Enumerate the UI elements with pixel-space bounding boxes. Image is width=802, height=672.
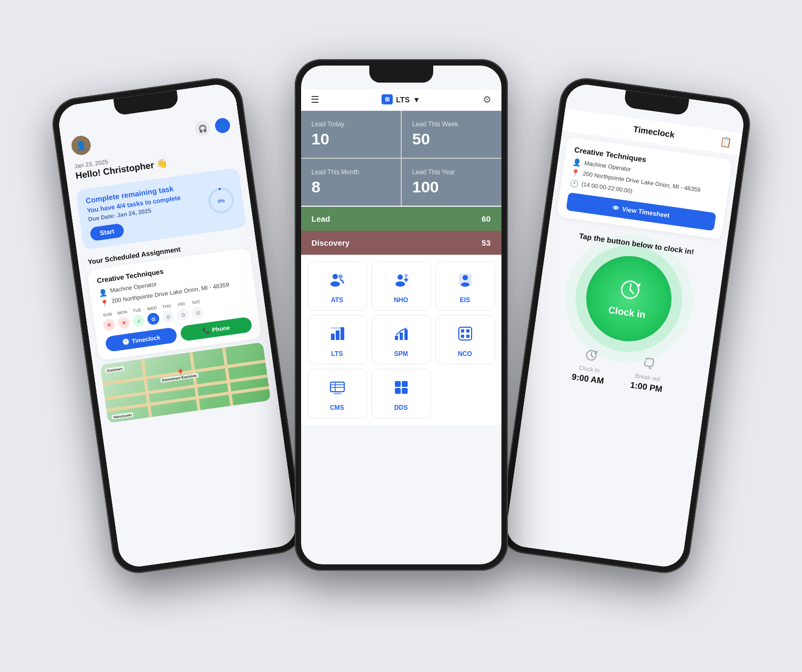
module-spm[interactable]: SPM — [371, 315, 431, 365]
svg-line-39 — [590, 355, 593, 357]
left-phone-inner: 👤 🎧 👤 Jan 23, 2025 Hello! Christopher 👋 … — [56, 82, 298, 569]
map-label-gastown: Gastown — [104, 366, 124, 373]
avatar: 👤 — [70, 134, 92, 156]
module-cms[interactable]: CMS — [307, 369, 367, 418]
svg-point-11 — [463, 275, 468, 280]
spm-icon — [393, 325, 410, 346]
left-screen: 👤 🎧 👤 Jan 23, 2025 Hello! Christopher 👋 … — [56, 82, 298, 569]
center-logo[interactable]: ⊞ LTS ▼ — [382, 94, 420, 104]
stat-lead-year-value: 100 — [412, 178, 439, 196]
center-phone-notch — [369, 66, 433, 83]
svg-rect-17 — [395, 336, 398, 340]
clock-in-time-item: Clock In 9:00 AM — [571, 347, 607, 386]
edit-icon[interactable]: 📋 — [719, 135, 732, 149]
svg-rect-20 — [459, 327, 472, 340]
ts-location-icon: 📍 — [570, 168, 580, 177]
module-nho[interactable]: NHO — [371, 261, 431, 311]
nco-label: NCO — [458, 350, 472, 358]
center-phone-inner: ☰ ⊞ LTS ▼ ⚙ Lead Today 10 Lead This — [301, 66, 501, 564]
dds-icon — [393, 379, 410, 400]
svg-rect-29 — [334, 393, 341, 394]
headphone-icon[interactable]: 🎧 — [194, 120, 211, 137]
spm-label: SPM — [394, 350, 408, 358]
center-header: ☰ ⊞ LTS ▼ ⚙ — [301, 90, 501, 110]
stat-lead-today-value: 10 — [312, 130, 329, 148]
module-dds[interactable]: DDS — [371, 369, 431, 418]
phones-container: 👤 🎧 👤 Jan 23, 2025 Hello! Christopher 👋 … — [82, 43, 721, 629]
stat-lead-year-label: Lead This Year — [412, 168, 455, 176]
module-lts[interactable]: LTS — [307, 315, 367, 365]
stat-lead-year: Lead This Year 100 — [402, 159, 501, 206]
break-out-label: Break out — [635, 372, 660, 382]
lts-label: LTS — [331, 350, 343, 358]
phone-icon: 📞 — [202, 326, 210, 334]
stat-lead-week-label: Lead This Week — [412, 120, 458, 128]
svg-rect-21 — [461, 329, 464, 333]
day-thu: THU ⊙ — [160, 303, 175, 323]
center-screen: ☰ ⊞ LTS ▼ ⚙ Lead Today 10 Lead This — [301, 66, 501, 564]
day-dot-wed: ⊙ — [147, 312, 160, 325]
pipeline-lead-label: Lead — [312, 214, 330, 223]
stat-lead-month: Lead This Month 8 — [301, 159, 401, 206]
stat-lead-month-label: Lead This Month — [312, 168, 359, 176]
svg-rect-16 — [331, 327, 344, 329]
timesheet-card: Creative Techniques 👤 Machine Operator 📍… — [556, 136, 732, 239]
svg-line-36 — [629, 289, 634, 293]
clock-in-icon — [618, 278, 641, 305]
logo-icon: ⊞ — [382, 94, 393, 104]
map-label-vancouver: Vancouver — [111, 412, 134, 420]
day-tue: TUE ✓ — [131, 307, 145, 327]
svg-rect-18 — [400, 333, 403, 340]
day-dot-fri: ⊙ — [176, 307, 189, 321]
clock-in-button[interactable]: Clock in — [580, 250, 677, 347]
filter-icon[interactable]: ⚙ — [483, 94, 491, 106]
svg-point-5 — [398, 274, 403, 280]
map-road-4 — [141, 359, 152, 417]
timeclock-button[interactable]: 🕐 Timeclock — [104, 327, 177, 352]
clock-in-time-label: Clock In — [578, 364, 600, 373]
module-nco[interactable]: NCO — [435, 315, 495, 365]
day-sat: SAT ⊙ — [190, 299, 204, 319]
spacer — [573, 120, 588, 123]
svg-rect-24 — [466, 335, 469, 338]
svg-point-4 — [330, 281, 340, 287]
day-wed: WED ⊙ — [145, 305, 160, 325]
phone-button[interactable]: 📞 Phone — [180, 316, 253, 341]
day-dot-thu: ⊙ — [161, 310, 175, 323]
svg-line-38 — [591, 352, 592, 355]
svg-point-6 — [395, 281, 405, 287]
person-icon: 👤 — [98, 288, 108, 297]
stat-lead-week: Lead This Week 50 — [402, 111, 501, 158]
module-eis[interactable]: EIS — [435, 261, 495, 311]
pipeline-discovery-label: Discovery — [312, 238, 350, 247]
profile-icon[interactable]: 👤 — [214, 117, 231, 134]
ts-clock-icon: 🕐 — [569, 179, 579, 188]
assignment-role: Machine Operator — [109, 280, 157, 293]
pipeline-discovery-row[interactable]: Discovery 53 — [301, 231, 501, 255]
clock-icon: 🕐 — [121, 337, 130, 345]
day-dot-mon: ✕ — [117, 316, 130, 329]
stat-lead-today-label: Lead Today — [312, 120, 345, 128]
module-ats[interactable]: ATS — [307, 261, 367, 311]
start-button[interactable]: Start — [89, 223, 124, 241]
svg-rect-25 — [330, 382, 344, 392]
break-out-value: 1:00 PM — [629, 380, 662, 394]
header-icons: 🎧 👤 — [194, 117, 231, 136]
break-out-icon — [642, 357, 656, 373]
map-road-3 — [106, 385, 269, 411]
map-road-5 — [189, 352, 200, 410]
nco-icon — [457, 325, 474, 346]
eis-icon — [457, 271, 474, 292]
location-icon: 📍 — [99, 298, 109, 307]
clock-times: Clock In 9:00 AM Break out 1:0 — [536, 342, 701, 399]
pipeline-lead-row[interactable]: Lead 60 — [301, 207, 501, 231]
hamburger-icon[interactable]: ☰ — [311, 94, 319, 106]
cms-label: CMS — [330, 404, 344, 411]
logo-text: LTS — [396, 95, 409, 104]
stats-grid: Lead Today 10 Lead This Week 50 Lead Thi… — [301, 111, 501, 206]
svg-rect-31 — [402, 381, 408, 387]
day-sun: SUN ✕ — [101, 311, 116, 331]
pipeline-lead-value: 60 — [482, 214, 491, 223]
break-out-time-item: Break out 1:00 PM — [629, 355, 666, 394]
stat-lead-today: Lead Today 10 — [301, 111, 401, 158]
